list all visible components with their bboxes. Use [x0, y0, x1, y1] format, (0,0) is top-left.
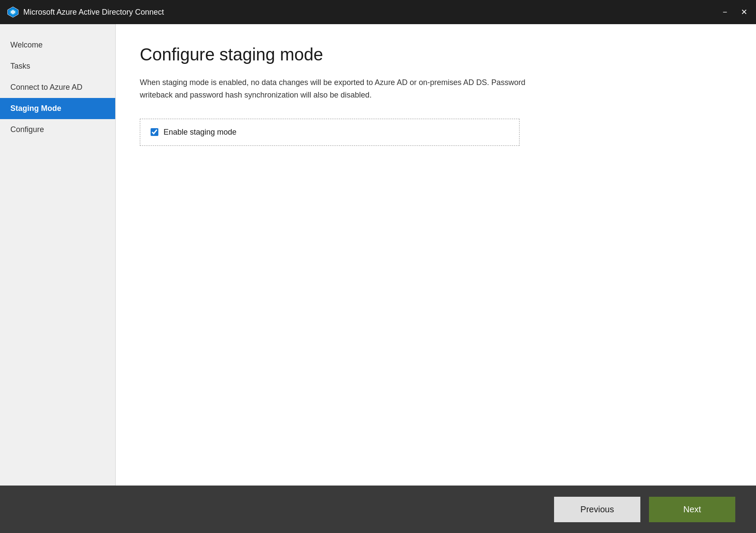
app-window: Microsoft Azure Active Directory Connect… — [0, 0, 756, 533]
titlebar-title: Microsoft Azure Active Directory Connect — [23, 8, 164, 17]
description: When staging mode is enabled, no data ch… — [140, 76, 528, 101]
close-button[interactable]: ✕ — [739, 7, 749, 17]
enable-staging-mode-label: Enable staging mode — [164, 128, 236, 137]
titlebar-left: Microsoft Azure Active Directory Connect — [7, 6, 164, 18]
spacer — [140, 146, 732, 465]
main-content: Configure staging mode When staging mode… — [116, 24, 756, 486]
sidebar: Welcome Tasks Connect to Azure AD Stagin… — [0, 24, 116, 486]
sidebar-item-staging-mode[interactable]: Staging Mode — [0, 98, 115, 119]
sidebar-item-connect-azure-ad[interactable]: Connect to Azure AD — [0, 77, 115, 98]
page-title: Configure staging mode — [140, 45, 732, 64]
titlebar-controls: − ✕ — [720, 7, 749, 17]
previous-button[interactable]: Previous — [554, 497, 640, 522]
minimize-button[interactable]: − — [720, 7, 730, 17]
sidebar-item-tasks[interactable]: Tasks — [0, 56, 115, 77]
enable-staging-mode-checkbox-container[interactable]: Enable staging mode — [140, 119, 520, 146]
sidebar-item-configure[interactable]: Configure — [0, 119, 115, 140]
azure-ad-connect-icon — [7, 6, 19, 18]
next-button[interactable]: Next — [649, 497, 735, 522]
footer: Previous Next — [0, 486, 756, 533]
content-area: Welcome Tasks Connect to Azure AD Stagin… — [0, 24, 756, 486]
sidebar-item-welcome[interactable]: Welcome — [0, 35, 115, 56]
titlebar: Microsoft Azure Active Directory Connect… — [0, 0, 756, 24]
enable-staging-mode-checkbox[interactable] — [151, 128, 158, 136]
